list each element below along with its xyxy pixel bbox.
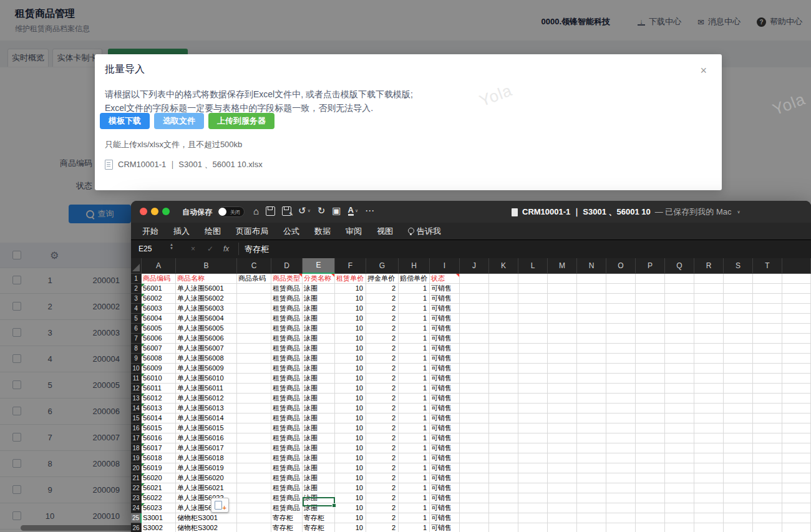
empty-cell[interactable] (518, 433, 548, 443)
cell[interactable]: 泳圈 (303, 473, 335, 483)
cell[interactable]: 泳圈 (303, 443, 335, 453)
empty-cell[interactable] (782, 483, 811, 493)
empty-cell[interactable] (518, 453, 548, 463)
empty-cell[interactable] (577, 334, 606, 344)
cell[interactable]: 2 (366, 513, 399, 523)
empty-cell[interactable] (665, 374, 694, 384)
empty-cell[interactable] (694, 443, 724, 453)
empty-cell[interactable] (606, 284, 636, 294)
switch-windows-icon[interactable]: ▣ (332, 205, 341, 216)
empty-cell[interactable] (548, 483, 577, 493)
empty-cell[interactable] (753, 513, 782, 523)
cell[interactable]: 10 (335, 513, 366, 523)
cell[interactable]: 56021 (142, 483, 176, 493)
empty-cell[interactable] (753, 314, 782, 324)
cell[interactable]: 2 (366, 463, 399, 473)
cell[interactable]: 56010 (142, 374, 176, 384)
cell[interactable]: 租赁商品 (271, 483, 303, 493)
empty-cell[interactable] (694, 314, 724, 324)
cell[interactable]: 租赁商品 (271, 294, 303, 304)
cell[interactable]: 2 (366, 364, 399, 374)
cell[interactable]: 10 (335, 354, 366, 364)
empty-cell[interactable] (460, 354, 489, 364)
row-header-11[interactable]: 11 (131, 374, 142, 384)
empty-cell[interactable] (548, 473, 577, 483)
cell[interactable]: 可销售 (430, 314, 460, 324)
empty-cell[interactable] (665, 423, 694, 433)
cell[interactable]: 单人泳圈56013 (176, 404, 237, 414)
empty-cell[interactable] (460, 384, 489, 394)
cell[interactable]: 10 (335, 453, 366, 463)
empty-cell[interactable] (724, 473, 753, 483)
empty-cell[interactable] (489, 453, 518, 463)
empty-cell[interactable] (782, 334, 811, 344)
empty-cell[interactable] (753, 503, 782, 513)
cell[interactable]: 泳圈 (303, 503, 335, 513)
cell[interactable]: 1 (399, 384, 430, 394)
cell[interactable]: 56005 (142, 324, 176, 334)
empty-cell[interactable] (460, 513, 489, 523)
ribbon-tab-6[interactable]: 数据 (314, 226, 331, 237)
row-header-6[interactable]: 6 (131, 324, 142, 334)
cell[interactable]: 10 (335, 503, 366, 513)
empty-cell[interactable] (577, 314, 606, 324)
cell[interactable]: S3001 (142, 513, 176, 523)
select-all-corner[interactable] (131, 258, 142, 274)
row-header-7[interactable]: 7 (131, 334, 142, 344)
cell[interactable]: 1 (399, 423, 430, 433)
empty-cell[interactable] (753, 384, 782, 394)
empty-cell[interactable] (636, 294, 665, 304)
empty-cell[interactable] (606, 404, 636, 414)
document-title[interactable]: CRM10001-1 ｜ S3001 、56001 10 — 已保存到我的 Ma… (512, 206, 741, 218)
empty-cell[interactable] (782, 453, 811, 463)
empty-cell[interactable] (694, 304, 724, 314)
column-header-M[interactable]: M (548, 258, 577, 274)
cell[interactable]: 可销售 (430, 513, 460, 523)
cell[interactable]: 可销售 (430, 493, 460, 503)
cell[interactable] (237, 503, 271, 513)
save-icon[interactable] (266, 206, 275, 216)
empty-cell[interactable] (518, 423, 548, 433)
empty-cell[interactable] (518, 284, 548, 294)
cell[interactable]: 56015 (142, 423, 176, 433)
cell[interactable]: 单人泳圈56004 (176, 314, 237, 324)
row-header-8[interactable]: 8 (131, 344, 142, 354)
cell[interactable]: 1 (399, 483, 430, 493)
empty-cell[interactable] (753, 344, 782, 354)
cell[interactable]: 租赁商品 (271, 394, 303, 404)
ribbon-tab-8[interactable]: 视图 (377, 226, 393, 237)
empty-cell[interactable] (665, 294, 694, 304)
empty-cell[interactable] (606, 334, 636, 344)
cell[interactable] (237, 334, 271, 344)
empty-cell[interactable] (577, 274, 606, 284)
cell[interactable]: 56004 (142, 314, 176, 324)
cell[interactable]: 泳圈 (303, 394, 335, 404)
cell[interactable]: 单人泳圈56011 (176, 384, 237, 394)
empty-cell[interactable] (489, 314, 518, 324)
cell[interactable]: 寄存柜 (303, 523, 335, 532)
cell[interactable]: 泳圈 (303, 374, 335, 384)
empty-cell[interactable] (548, 404, 577, 414)
cell[interactable] (237, 314, 271, 324)
empty-cell[interactable] (489, 433, 518, 443)
cell[interactable]: 56023 (142, 503, 176, 513)
empty-cell[interactable] (724, 503, 753, 513)
row-header-24[interactable]: 24 (131, 503, 142, 513)
empty-cell[interactable] (577, 354, 606, 364)
empty-cell[interactable] (665, 344, 694, 354)
column-header-G[interactable]: G (366, 258, 399, 274)
cell[interactable]: 56016 (142, 433, 176, 443)
empty-cell[interactable] (606, 473, 636, 483)
empty-cell[interactable] (694, 344, 724, 354)
cell[interactable]: 可销售 (430, 294, 460, 304)
undo-icon[interactable]: ↺∨ (298, 205, 311, 216)
empty-cell[interactable] (782, 443, 811, 453)
empty-cell[interactable] (606, 314, 636, 324)
empty-cell[interactable] (489, 513, 518, 523)
cell[interactable]: 10 (335, 433, 366, 443)
empty-cell[interactable] (782, 473, 811, 483)
empty-cell[interactable] (460, 314, 489, 324)
empty-cell[interactable] (606, 374, 636, 384)
cell[interactable]: 泳圈 (303, 284, 335, 294)
cell[interactable]: 单人泳圈56017 (176, 443, 237, 453)
